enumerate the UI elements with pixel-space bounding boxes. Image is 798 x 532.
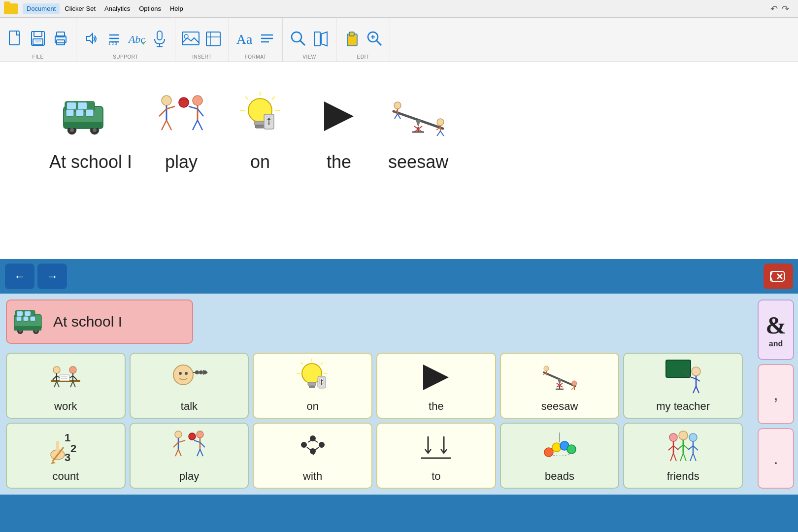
grid-cell-count[interactable]: 1 2 3 count (6, 423, 126, 489)
view-mode-button[interactable] (310, 27, 331, 52)
svg-rect-92 (17, 311, 23, 316)
word-label-on: on (250, 152, 270, 172)
svg-line-47 (159, 109, 166, 116)
svg-point-172 (197, 431, 203, 438)
redo-button[interactable]: ↷ (782, 3, 789, 14)
spellcheck-button[interactable]: Abc ✓ (127, 27, 147, 52)
list-button[interactable]: 1 2 3 (104, 27, 125, 52)
svg-line-83 (437, 131, 440, 136)
new-button[interactable] (5, 27, 26, 52)
grid-label-talk: talk (181, 400, 198, 413)
grid-cell-friends[interactable]: friends (623, 423, 743, 489)
ribbon-group-support: 1 2 3 Abc ✓ SUPPORT (76, 18, 175, 62)
grid-cell-talk[interactable]: talk (130, 353, 249, 419)
delete-button[interactable] (764, 264, 793, 289)
svg-point-45 (162, 96, 171, 105)
phrase-cell[interactable]: At school I (6, 299, 193, 344)
undo-button[interactable]: ↶ (770, 3, 778, 14)
svg-point-194 (679, 431, 688, 440)
grid-cell-to[interactable]: to (376, 423, 496, 489)
grid-cell-with[interactable]: with (253, 423, 372, 489)
svg-rect-100 (23, 316, 29, 321)
find-button[interactable] (364, 27, 385, 52)
ribbon-group-format: Aa FORMAT (229, 18, 283, 62)
word-label-the: the (327, 152, 351, 172)
paragraph-button[interactable] (257, 27, 277, 52)
undo-redo-group: ↶ ↷ (770, 3, 789, 14)
svg-line-170 (178, 449, 181, 456)
nav-bar: ← → (0, 259, 798, 294)
print-button[interactable] (50, 27, 71, 52)
word-block-on: on (231, 87, 290, 172)
menu-analytics[interactable]: Analytics (100, 3, 134, 14)
svg-line-62 (272, 97, 275, 100)
svg-point-52 (193, 96, 202, 105)
comma-button[interactable]: , (758, 364, 794, 425)
svg-point-180 (319, 442, 325, 448)
svg-point-103 (53, 366, 60, 373)
menu-options[interactable]: Options (135, 3, 165, 14)
svg-line-196 (677, 445, 683, 450)
svg-rect-60 (255, 125, 265, 128)
word-label-seesaw: seesaw (388, 152, 448, 172)
grid-img-to (416, 428, 456, 467)
svg-rect-42 (76, 109, 84, 116)
grid-label-to: to (432, 470, 440, 483)
svg-line-64 (245, 97, 248, 100)
svg-point-189 (544, 448, 553, 457)
svg-line-129 (321, 363, 323, 365)
grid-img-count: 1 2 3 (46, 428, 85, 467)
svg-point-51 (179, 98, 189, 107)
insert-image-button[interactable] (180, 27, 201, 52)
grid-cell-beads[interactable]: beads (500, 423, 620, 489)
svg-line-211 (693, 453, 696, 461)
svg-rect-44 (64, 122, 103, 128)
and-button[interactable]: & and (758, 299, 794, 360)
grid-cell-work[interactable]: work (6, 353, 126, 419)
menu-clickerset[interactable]: Clicker Set (61, 3, 100, 14)
period-button[interactable]: . (758, 428, 794, 489)
insert-text-button[interactable] (203, 27, 224, 52)
svg-line-153 (691, 377, 696, 379)
font-button[interactable]: Aa (234, 27, 255, 52)
svg-rect-41 (66, 109, 74, 116)
grid-cell-myteacher[interactable]: my teacher (623, 353, 743, 419)
menu-bar: Document Clicker Set Analytics Options H… (23, 3, 187, 14)
grid-img-talk (169, 358, 209, 397)
svg-rect-26 (314, 32, 320, 46)
back-button[interactable]: ← (5, 264, 34, 289)
paste-button[interactable] (341, 27, 362, 52)
svg-line-174 (194, 440, 200, 442)
svg-line-199 (683, 453, 686, 461)
svg-line-205 (673, 453, 676, 461)
period-symbol: . (773, 449, 778, 468)
grid-cell-play[interactable]: play (130, 423, 249, 489)
svg-point-40 (93, 128, 97, 132)
microphone-button[interactable] (149, 27, 170, 52)
svg-line-56 (193, 120, 198, 130)
svg-point-192 (567, 445, 576, 454)
ribbon-label-file: FILE (32, 54, 43, 60)
svg-line-182 (308, 440, 312, 442)
volume-button[interactable] (81, 27, 102, 52)
grid-label-play: play (179, 470, 199, 483)
comma-symbol: , (773, 385, 778, 404)
menu-help[interactable]: Help (166, 3, 187, 14)
save-button[interactable]: 123 (28, 27, 48, 52)
svg-line-48 (166, 106, 175, 109)
ribbon-group-edit: EDIT (336, 18, 390, 62)
svg-line-84 (440, 131, 444, 136)
grid-cell-the[interactable]: the (376, 353, 496, 419)
ribbon-group-file: 123 FILE (0, 18, 76, 62)
forward-button[interactable]: → (37, 264, 67, 289)
svg-line-49 (162, 120, 166, 130)
search-button[interactable] (288, 27, 308, 52)
word-block-seesaw: seesaw (388, 87, 448, 172)
svg-line-177 (200, 449, 203, 456)
and-symbol: & (765, 311, 786, 339)
grid-cell-on[interactable]: on (253, 353, 372, 419)
svg-line-185 (315, 447, 319, 450)
grid-cell-seesaw[interactable]: seesaw (500, 353, 620, 419)
svg-rect-18 (206, 32, 220, 46)
menu-document[interactable]: Document (23, 3, 60, 14)
